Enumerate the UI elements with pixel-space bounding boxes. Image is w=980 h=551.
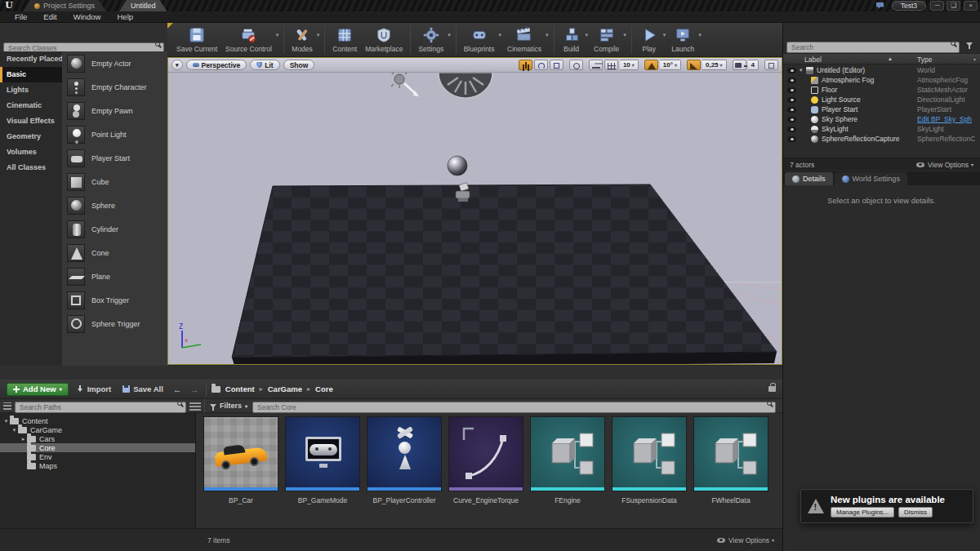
grid-snapping-button[interactable] [604, 60, 618, 70]
tree-item-content[interactable]: ▾Content [0, 416, 195, 425]
view-mode-button[interactable]: Lit [250, 60, 279, 70]
search-paths-box[interactable] [15, 398, 186, 413]
category-basic[interactable]: Basic [0, 67, 62, 82]
camera-mode-button[interactable]: Perspective [186, 60, 247, 70]
viewport-options-dropdown[interactable]: ▾ [172, 60, 183, 70]
category-visual-effects[interactable]: Visual Effects [0, 113, 62, 129]
asset-tile-curve-enginetorque[interactable]: Curve_EngineTorque [448, 416, 523, 504]
outliner-row-player-start[interactable]: Player Start PlayerStart [783, 104, 980, 114]
outliner-filter-icon[interactable] [966, 42, 973, 47]
category-volumes[interactable]: Volumes [0, 144, 62, 160]
visibility-eye-icon[interactable] [787, 97, 796, 103]
item-sphere-trigger[interactable]: Sphere Trigger [62, 312, 167, 335]
category-recently-placed[interactable]: Recently Placed [0, 51, 62, 67]
content-button[interactable]: Content [328, 24, 361, 56]
item-box-trigger[interactable]: Box Trigger [62, 288, 167, 312]
minimize-button[interactable]: ─ [930, 1, 944, 11]
outliner-search[interactable] [786, 38, 960, 53]
asset-tile-bp-car[interactable]: BP_Car [203, 416, 278, 504]
scale-tool-button[interactable] [550, 60, 564, 70]
tab-project-settings[interactable]: Project Settings [23, 0, 106, 11]
source-control-button[interactable]: Source Control [221, 24, 276, 56]
menu-edit[interactable]: Edit [35, 11, 65, 23]
visibility-eye-icon[interactable] [787, 136, 796, 142]
asset-tile-fwheeldata[interactable]: FWheelData [693, 416, 768, 504]
expand-caret-icon[interactable]: ▾ [800, 67, 806, 73]
search-paths-input[interactable] [15, 402, 186, 413]
category-all-classes[interactable]: All Classes [0, 160, 62, 176]
compile-dropdown[interactable]: ▾ [623, 32, 626, 38]
asset-tile-bp-gamemode[interactable]: BP_GameMode [285, 416, 360, 504]
visibility-eye-icon[interactable] [787, 107, 796, 113]
camera-speed-value[interactable]: 4 [748, 60, 759, 70]
item-cylinder[interactable]: Cylinder [62, 217, 167, 241]
add-new-button[interactable]: Add New ▾ [7, 383, 69, 396]
marketplace-button[interactable]: Marketplace [361, 24, 407, 56]
outliner-column-headers[interactable]: Label ▲ Type ▾ [783, 53, 980, 64]
item-point-light[interactable]: Point Light [62, 122, 167, 146]
viewport-canvas[interactable]: Z x [168, 73, 782, 364]
show-flags-button[interactable]: Show [283, 60, 315, 70]
settings-dropdown[interactable]: ▾ [448, 32, 451, 38]
rotation-snapping-button[interactable] [644, 60, 658, 70]
item-sphere[interactable]: Sphere [62, 193, 167, 217]
outliner-row-skylight[interactable]: SkyLight SkyLight [783, 124, 980, 134]
blueprints-dropdown[interactable]: ▾ [498, 32, 501, 38]
outliner-row-floor[interactable]: Floor StaticMeshActor [783, 85, 980, 95]
tab-world-settings[interactable]: World Settings [835, 172, 907, 185]
rotate-tool-button[interactable] [534, 60, 548, 70]
coordinate-system-button[interactable] [569, 60, 583, 70]
restore-button[interactable]: ❏ [947, 1, 960, 11]
maximize-viewport-button[interactable] [764, 60, 778, 70]
sources-toggle-icon[interactable] [3, 402, 11, 410]
cinematics-dropdown[interactable]: ▾ [546, 32, 549, 38]
search-assets-box[interactable] [252, 398, 776, 413]
asset-tile-fengine[interactable]: FEngine [530, 416, 605, 504]
outliner-search-input[interactable] [786, 42, 960, 53]
visibility-eye-icon[interactable] [787, 68, 796, 73]
compile-button[interactable]: Compile [590, 24, 623, 56]
scale-snap-value[interactable]: 0,25▾ [702, 60, 727, 70]
category-cinematic[interactable]: Cinematic [0, 98, 62, 113]
item-empty-character[interactable]: Empty Character [62, 75, 167, 99]
build-dropdown[interactable]: ▾ [586, 32, 589, 38]
filters-button[interactable]: Filters▾ [205, 402, 252, 410]
menu-window[interactable]: Window [65, 11, 109, 23]
lock-icon[interactable] [768, 386, 776, 392]
modes-button[interactable]: Modes [287, 24, 317, 56]
modes-dropdown[interactable]: ▾ [317, 32, 320, 38]
menu-help[interactable]: Help [109, 11, 141, 23]
item-cone[interactable]: Cone [62, 241, 167, 264]
outliner-row-atmospheric-fog[interactable]: Atmospheric Fog AtmosphericFog [783, 75, 980, 85]
project-name-button[interactable]: Test3 [892, 1, 926, 11]
item-cube[interactable]: Cube [62, 170, 167, 193]
blueprints-button[interactable]: Blueprints [460, 24, 499, 56]
save-current-button[interactable]: Save Current [172, 24, 221, 56]
grid-snap-value[interactable]: 10▾ [620, 60, 639, 70]
item-empty-pawn[interactable]: Empty Pawn [62, 99, 167, 122]
manage-plugins-button[interactable]: Manage Plugins... [831, 507, 894, 518]
dismiss-button[interactable]: Dismiss [898, 507, 933, 518]
visibility-eye-icon[interactable] [787, 117, 796, 122]
outliner-view-options-button[interactable]: View Options▾ [916, 161, 973, 169]
close-button[interactable]: × [964, 1, 978, 11]
search-assets-input[interactable] [252, 402, 776, 413]
saved-filters-icon[interactable] [189, 402, 201, 411]
outliner-row-light-source[interactable]: Light Source DirectionalLight [783, 95, 980, 104]
launch-button[interactable]: Launch [667, 24, 698, 56]
type-filter-icon[interactable]: ▾ [973, 56, 976, 62]
settings-button[interactable]: Settings [414, 24, 448, 56]
category-geometry[interactable]: Geometry [0, 129, 62, 144]
item-player-start[interactable]: Player Start [62, 146, 167, 170]
build-button[interactable]: Build [558, 24, 586, 56]
back-button[interactable]: ← [172, 384, 184, 394]
source-control-dropdown[interactable]: ▾ [276, 32, 279, 38]
import-button[interactable]: Import [74, 384, 115, 393]
edit-blueprint-link[interactable]: Edit BP_Sky_Sph [917, 115, 972, 123]
visibility-eye-icon[interactable] [787, 127, 796, 132]
forward-button[interactable]: → [189, 384, 201, 394]
outliner-row-untitled[interactable]: ▾ Untitled (Editor) World [783, 65, 980, 75]
asset-tile-fsuspensiondata[interactable]: FSuspensionData [612, 416, 687, 504]
rotation-snap-value[interactable]: 10°▾ [660, 60, 681, 70]
save-all-button[interactable]: Save All [119, 384, 167, 393]
